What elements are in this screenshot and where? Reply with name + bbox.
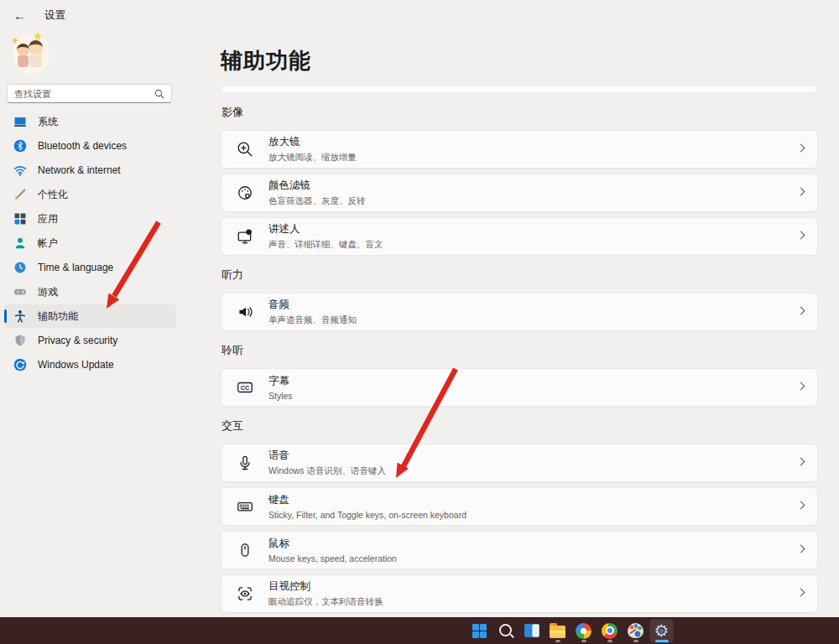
settings-sidebar: 系统 Bluetooth & devices Network & interne…	[0, 110, 201, 377]
magnifier-icon	[236, 140, 254, 158]
running-indicator	[581, 640, 586, 642]
svg-text:CC: CC	[241, 385, 249, 392]
taskbar-search-icon	[498, 623, 513, 638]
narrator-icon	[236, 227, 254, 246]
apps-grid-icon	[13, 212, 27, 226]
row-subtitle: Windows 语音识别、语音键入	[268, 465, 386, 477]
row-title: 字幕	[268, 374, 293, 388]
chevron-right-icon	[797, 501, 805, 510]
sidebar-item-bluetooth-devices[interactable]: Bluetooth & devices	[4, 134, 176, 158]
back-button[interactable]: ←	[13, 9, 26, 22]
sidebar-item-privacy-security[interactable]: Privacy & security	[4, 329, 176, 352]
eye-control-icon	[236, 584, 254, 603]
row-title: 目视控制	[268, 579, 383, 594]
chrome-icon	[602, 623, 618, 639]
privacy-shield-icon	[13, 334, 27, 347]
sidebar-item-gaming[interactable]: 游戏	[4, 280, 176, 304]
row-title: 放大镜	[268, 135, 357, 149]
captions-cc-icon: CC	[236, 378, 254, 397]
sidebar-item-network-internet[interactable]: Network & internet	[4, 158, 176, 182]
taskbar-chrome-button[interactable]	[598, 620, 621, 642]
settings-gear-icon: ⚙	[653, 621, 671, 640]
row-speech[interactable]: 语音 Windows 语音识别、语音键入	[221, 444, 818, 482]
taskbar-task-view-button[interactable]	[520, 620, 543, 642]
row-color-filters[interactable]: 颜色滤镜 色盲筛选器、灰度、反转	[221, 174, 818, 212]
row-subtitle: 眼动追踪仪，文本到语音转换	[268, 596, 383, 608]
avatar-figure	[17, 44, 29, 56]
row-audio[interactable]: 音频 单声道音频、音频通知	[221, 293, 818, 331]
sidebar-item-system[interactable]: 系统	[4, 110, 176, 133]
row-keyboard[interactable]: 键盘 Sticky, Filter, and Toggle keys, on-s…	[221, 487, 818, 526]
row-title: 讲述人	[268, 222, 383, 236]
speech-microphone-icon	[236, 454, 254, 472]
paint-palette-icon	[628, 623, 644, 638]
taskbar-photos-button[interactable]	[572, 620, 595, 642]
section-label-vision: 影像	[221, 105, 818, 120]
user-avatar	[12, 32, 50, 75]
taskbar-file-explorer-button[interactable]	[546, 620, 569, 642]
row-title: 键盘	[268, 493, 466, 507]
task-view-icon	[524, 624, 539, 637]
taskbar-settings-button[interactable]: ⚙	[650, 620, 673, 642]
taskbar-search-button[interactable]	[494, 620, 517, 642]
sidebar-item-personalization[interactable]: 个性化	[4, 183, 176, 206]
row-title: 语音	[268, 449, 386, 463]
sidebar-item-accessibility[interactable]: 辅助功能	[4, 304, 176, 328]
row-eye-control[interactable]: 目视控制 眼动追踪仪，文本到语音转换	[221, 574, 818, 613]
chevron-right-icon	[797, 382, 805, 391]
taskbar-start-button[interactable]	[468, 620, 491, 642]
row-narrator[interactable]: 讲述人 声音、详细详细、键盘、盲文	[221, 217, 818, 256]
mouse-icon	[236, 541, 254, 559]
file-explorer-folder-icon	[550, 626, 565, 638]
accessibility-person-icon	[13, 309, 27, 323]
row-subtitle: 放大镜阅读、缩放增量	[268, 152, 357, 164]
bluetooth-icon	[13, 139, 27, 153]
chevron-right-icon	[797, 144, 805, 153]
row-subtitle: 单声道音频、音频通知	[268, 314, 357, 326]
row-subtitle: 色盲筛选器、灰度、反转	[268, 195, 366, 207]
row-captions[interactable]: CC 字幕 Styles	[221, 368, 818, 407]
row-magnifier[interactable]: 放大镜 放大镜阅读、缩放增量	[221, 130, 818, 169]
windows-logo-icon	[472, 624, 487, 638]
gaming-controller-icon	[13, 285, 27, 299]
row-subtitle: Styles	[268, 391, 293, 401]
row-subtitle: 声音、详细详细、键盘、盲文	[268, 239, 383, 251]
time-language-clock-icon	[13, 261, 27, 274]
sidebar-item-time-language[interactable]: Time & language	[4, 256, 176, 279]
photos-pinwheel-icon	[576, 623, 591, 639]
section-label-interaction: 交互	[221, 418, 818, 434]
avatar-figure	[29, 54, 42, 67]
row-title: 颜色滤镜	[268, 179, 366, 193]
sidebar-item-apps[interactable]: 应用	[4, 207, 176, 231]
section-label-listening: 聆听	[221, 343, 818, 358]
taskbar-icons: ⚙	[468, 617, 673, 644]
scrolled-card-edge	[221, 86, 818, 93]
taskbar-paint-button[interactable]	[624, 620, 647, 642]
accounts-person-icon	[13, 236, 27, 250]
personalization-brush-icon	[13, 188, 27, 201]
row-title: 音频	[268, 298, 357, 312]
search-input[interactable]	[14, 89, 154, 99]
running-indicator	[607, 640, 612, 642]
chevron-right-icon	[797, 458, 805, 466]
search-icon	[154, 89, 164, 99]
audio-speaker-icon	[236, 303, 254, 321]
accessibility-settings-page: 辅助功能 影像 放大镜 放大镜阅读、缩放增量 颜色滤镜 色盲筛选器、灰度、反转 …	[221, 0, 818, 618]
sidebar-item-windows-update[interactable]: Windows Update	[4, 353, 176, 377]
network-wifi-icon	[13, 164, 27, 177]
settings-search-box[interactable]	[7, 84, 172, 103]
running-indicator	[633, 640, 638, 642]
chevron-right-icon	[797, 545, 805, 553]
row-mouse[interactable]: 鼠标 Mouse keys, speed, acceleration	[221, 531, 818, 569]
app-title: 设置	[44, 8, 65, 23]
sidebar-item-accounts[interactable]: 帐户	[4, 231, 176, 255]
chevron-right-icon	[797, 188, 805, 196]
chevron-right-icon	[797, 231, 805, 240]
avatar-figure	[18, 55, 29, 67]
active-running-indicator	[655, 640, 669, 642]
row-subtitle: Mouse keys, speed, acceleration	[268, 553, 397, 564]
row-subtitle: Sticky, Filter, and Toggle keys, on-scre…	[268, 510, 466, 520]
windows-update-icon	[13, 358, 27, 371]
running-indicator	[555, 640, 560, 642]
system-icon	[13, 115, 27, 128]
